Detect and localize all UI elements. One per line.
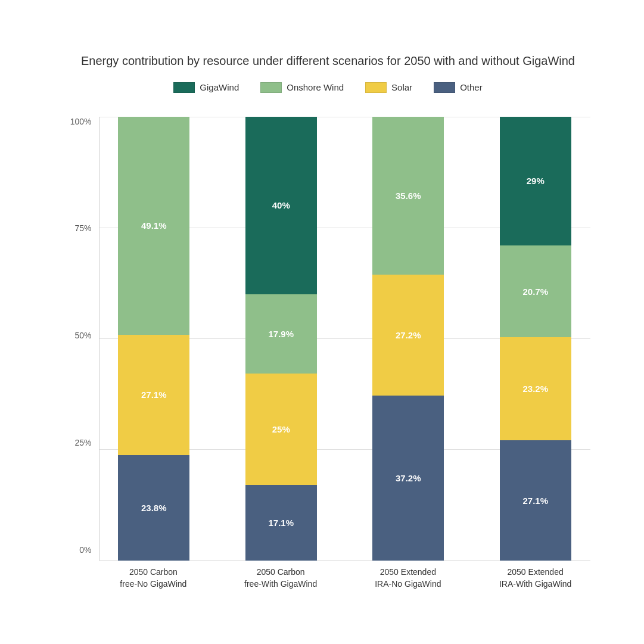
legend: GigaWindOnshore WindSolarOther [66, 82, 590, 93]
chart-container: Energy contribution by resource under di… [30, 30, 614, 614]
bar-segment-gigawind: 40% [245, 117, 317, 294]
legend-item-other: Other [434, 82, 483, 93]
bar-segment-other: 17.1% [245, 485, 317, 561]
legend-label-solar: Solar [391, 82, 412, 92]
bar-segment-solar: 27.2% [372, 275, 444, 396]
x-label-bar-2: 2050 Carbonfree-With GigaWind [226, 567, 335, 590]
chart-area: 100%75%50%25%0% 23.8%27.1%49.1%17.1%25%1… [66, 117, 590, 590]
bar-segment-onshore-wind: 35.6% [372, 117, 444, 275]
legend-label-onshore-wind: Onshore Wind [287, 82, 344, 92]
y-axis-label: 25% [74, 438, 91, 447]
legend-swatch-onshore-wind [260, 82, 282, 93]
stacked-bar-bar-1: 23.8%27.1%49.1% [118, 117, 189, 561]
legend-swatch-other [434, 82, 455, 93]
legend-label-other: Other [460, 82, 483, 92]
bar-segment-onshore-wind: 17.9% [245, 294, 317, 374]
bars-area: 23.8%27.1%49.1%17.1%25%17.9%40%37.2%27.2… [99, 117, 590, 561]
x-axis: 2050 Carbonfree-No GigaWind2050 Carbonfr… [99, 567, 590, 590]
chart-title: Energy contribution by resource under di… [66, 54, 590, 68]
stacked-bar-bar-3: 37.2%27.2%35.6% [372, 117, 444, 561]
x-label-bar-4: 2050 ExtendedIRA-With GigaWind [481, 567, 590, 590]
bar-segment-onshore-wind: 20.7% [500, 245, 571, 337]
bar-segment-solar: 25% [245, 374, 317, 484]
bar-group-bar-1: 23.8%27.1%49.1% [99, 117, 209, 561]
bar-segment-other: 23.8% [118, 455, 189, 561]
stacked-bar-bar-2: 17.1%25%17.9%40% [245, 117, 317, 561]
legend-item-gigawind: GigaWind [173, 82, 239, 93]
y-axis-label: 75% [74, 223, 91, 233]
bar-segment-gigawind: 29% [500, 117, 571, 245]
x-label-bar-3: 2050 ExtendedIRA-No GigaWind [353, 567, 463, 590]
legend-swatch-solar [365, 82, 387, 93]
legend-item-solar: Solar [365, 82, 412, 93]
bars-and-x: 23.8%27.1%49.1%17.1%25%17.9%40%37.2%27.2… [99, 117, 590, 590]
legend-label-gigawind: GigaWind [200, 82, 239, 92]
y-axis-label: 100% [70, 117, 92, 126]
bar-group-bar-2: 17.1%25%17.9%40% [226, 117, 336, 561]
bar-segment-solar: 27.1% [118, 335, 189, 455]
y-axis-label: 0% [79, 545, 91, 555]
stacked-bar-bar-4: 27.1%23.2%20.7%29% [500, 117, 571, 561]
legend-item-onshore-wind: Onshore Wind [260, 82, 344, 93]
bar-group-bar-4: 27.1%23.2%20.7%29% [481, 117, 590, 561]
bar-segment-onshore-wind: 49.1% [118, 117, 189, 335]
bar-segment-other: 37.2% [372, 396, 444, 561]
legend-swatch-gigawind [173, 82, 195, 93]
bar-group-bar-3: 37.2%27.2%35.6% [354, 117, 463, 561]
bar-segment-other: 27.1% [500, 440, 571, 561]
y-axis-label: 50% [74, 331, 91, 340]
x-label-bar-1: 2050 Carbonfree-No GigaWind [99, 567, 209, 590]
y-axis: 100%75%50%25%0% [66, 117, 99, 590]
bar-segment-solar: 23.2% [500, 337, 571, 440]
